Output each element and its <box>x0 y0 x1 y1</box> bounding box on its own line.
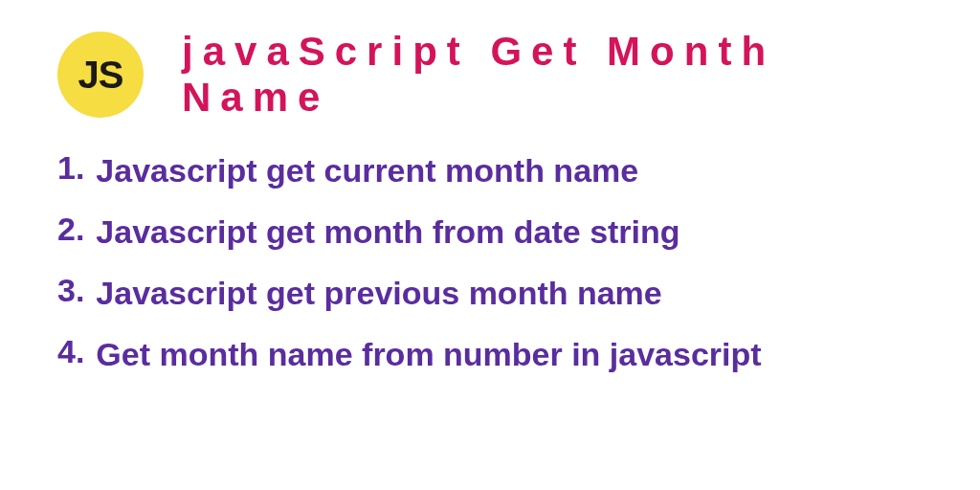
header: JS javaScript Get Month Name <box>0 0 980 140</box>
list-item-text: Javascript get previous month name <box>96 272 661 316</box>
page-title: javaScript Get Month Name <box>182 29 932 121</box>
list-item-number: 2. <box>57 211 84 248</box>
list-item-number: 1. <box>57 149 84 187</box>
list-item: 2. Javascript get month from date string <box>57 211 923 255</box>
list-item-number: 4. <box>57 333 84 370</box>
topic-list: 1. Javascript get current month name 2. … <box>0 140 980 377</box>
list-item-number: 3. <box>57 272 84 309</box>
js-logo-badge: JS <box>57 32 144 118</box>
list-item: 1. Javascript get current month name <box>57 149 923 193</box>
list-item: 3. Javascript get previous month name <box>57 272 923 316</box>
list-item-text: Javascript get current month name <box>96 149 638 193</box>
list-item-text: Javascript get month from date string <box>96 211 679 255</box>
list-item-text: Get month name from number in javascript <box>96 333 761 377</box>
list-item: 4. Get month name from number in javascr… <box>57 333 923 377</box>
js-logo-text: JS <box>78 54 123 97</box>
